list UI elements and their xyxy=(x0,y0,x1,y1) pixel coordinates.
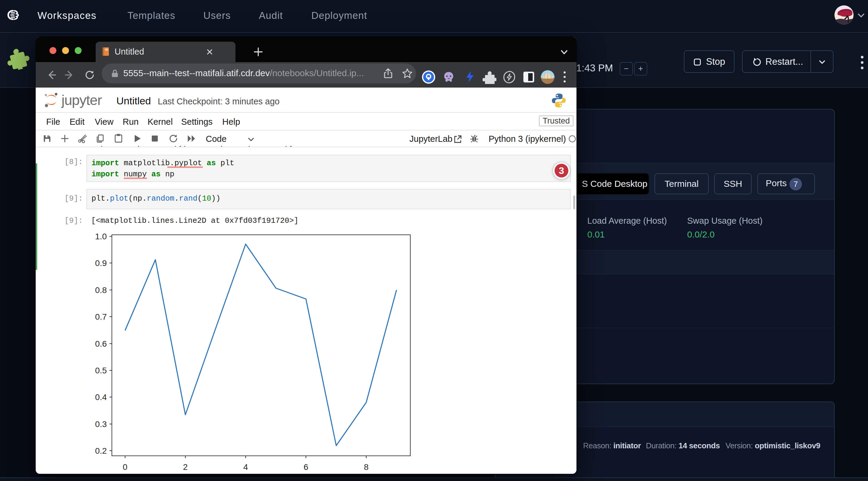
svg-text:6: 6 xyxy=(304,462,308,472)
svg-text:0.7: 0.7 xyxy=(95,312,107,321)
svg-text:0.5: 0.5 xyxy=(95,366,107,375)
svg-text:1.0: 1.0 xyxy=(95,232,107,241)
svg-text:0.9: 0.9 xyxy=(95,258,107,268)
svg-text:0.3: 0.3 xyxy=(95,419,107,429)
svg-text:4: 4 xyxy=(243,462,248,472)
svg-text:8: 8 xyxy=(364,462,369,472)
svg-text:0.2: 0.2 xyxy=(95,446,107,455)
svg-text:0.6: 0.6 xyxy=(95,339,107,348)
svg-text:0: 0 xyxy=(123,462,127,472)
svg-text:0.8: 0.8 xyxy=(95,286,107,295)
svg-text:0.4: 0.4 xyxy=(95,392,107,402)
svg-text:2: 2 xyxy=(183,462,188,472)
